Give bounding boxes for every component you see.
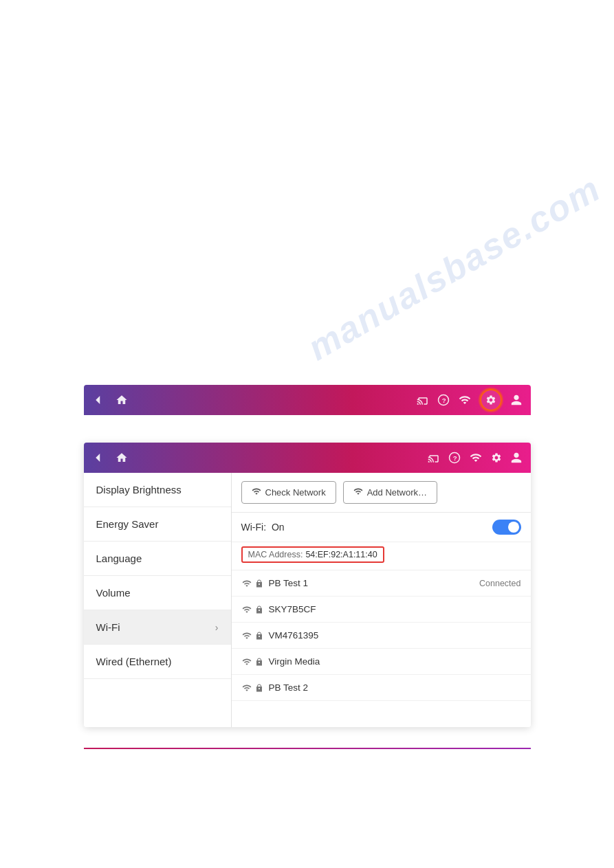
- tv-ui-main: ? Display Brightness: [84, 443, 531, 727]
- mac-address-box: MAC Address: 54:EF:92:A1:11:40: [241, 546, 384, 563]
- network-name-2: VM4761395: [269, 630, 319, 641]
- network-item-virgin-media[interactable]: Virgin Media: [232, 649, 531, 675]
- check-network-label: Check Network: [265, 487, 326, 498]
- sidebar-item-wired-ethernet[interactable]: Wired (Ethernet): [84, 645, 231, 679]
- svg-marker-0: [96, 396, 100, 404]
- main-topbar-right: ?: [428, 452, 523, 464]
- network-wifi-icon-4: [241, 683, 263, 693]
- top-bar-right-icons: ?: [417, 389, 523, 411]
- wifi-chevron-icon: ›: [215, 622, 219, 633]
- network-item-sky7b5cf[interactable]: SKY7B5CF: [232, 597, 531, 623]
- network-item-pb-test-1[interactable]: PB Test 1 Connected: [232, 570, 531, 597]
- network-item-pb-test-2[interactable]: PB Test 2: [232, 675, 531, 701]
- home-icon[interactable]: [116, 394, 128, 406]
- main-gear-icon[interactable]: [491, 452, 502, 463]
- wifi-state-label: Wi-Fi: On: [241, 522, 285, 533]
- network-name-1: SKY7B5CF: [269, 604, 316, 614]
- network-wifi-icon-2: [241, 631, 263, 641]
- wifi-header: Wi-Fi: On: [232, 513, 531, 542]
- sidebar-item-language[interactable]: Language: [84, 542, 231, 576]
- wifi-toggle[interactable]: [492, 520, 521, 535]
- add-network-button[interactable]: Add Network…: [343, 481, 437, 504]
- network-name-0: PB Test 1: [269, 578, 309, 588]
- action-bar: Check Network Add Network…: [232, 473, 531, 513]
- main-cast-icon[interactable]: [428, 452, 440, 464]
- back-icon[interactable]: [92, 394, 105, 406]
- main-wifi-icon[interactable]: [469, 452, 483, 464]
- help-icon[interactable]: ?: [437, 394, 450, 406]
- main-topbar: ?: [84, 443, 531, 473]
- main-help-icon[interactable]: ?: [448, 452, 461, 464]
- cast-icon[interactable]: [417, 394, 429, 406]
- content-area: Display Brightness Energy Saver Language…: [84, 473, 531, 727]
- main-user-icon[interactable]: [510, 452, 523, 464]
- mac-address-row: MAC Address: 54:EF:92:A1:11:40: [232, 542, 531, 570]
- check-network-icon: [252, 487, 261, 498]
- top-bar-left-icons: [92, 394, 128, 406]
- network-list: PB Test 1 Connected SKY7B5CF: [232, 570, 531, 701]
- network-wifi-icon-3: [241, 657, 263, 667]
- main-home-icon[interactable]: [116, 452, 128, 464]
- wifi-icon[interactable]: [458, 394, 472, 406]
- watermark: manualsbase.com: [300, 168, 607, 368]
- sidebar-item-volume[interactable]: Volume: [84, 576, 231, 610]
- right-panel: Check Network Add Network… Wi-Fi: On: [232, 473, 531, 727]
- main-topbar-left: [92, 452, 128, 464]
- sidebar: Display Brightness Energy Saver Language…: [84, 473, 232, 727]
- network-wifi-icon-1: [241, 605, 263, 614]
- network-name-3: Virgin Media: [269, 656, 320, 667]
- check-network-button[interactable]: Check Network: [241, 481, 336, 504]
- gear-icon-highlighted[interactable]: [480, 389, 502, 411]
- sidebar-item-wifi[interactable]: Wi-Fi ›: [84, 610, 231, 645]
- svg-marker-3: [96, 454, 100, 462]
- user-icon[interactable]: [510, 394, 523, 406]
- add-network-label: Add Network…: [367, 487, 427, 498]
- top-bar-snippet: ?: [84, 385, 531, 415]
- svg-text:?: ?: [452, 454, 457, 462]
- main-back-icon[interactable]: [92, 452, 105, 464]
- network-item-vm4761395[interactable]: VM4761395: [232, 623, 531, 649]
- bottom-rule: [84, 748, 531, 749]
- network-name-4: PB Test 2: [269, 682, 309, 693]
- sidebar-item-energy-saver[interactable]: Energy Saver: [84, 507, 231, 542]
- svg-text:?: ?: [441, 397, 446, 404]
- mac-address-label: MAC Address:: [248, 550, 303, 559]
- mac-address-value: 54:EF:92:A1:11:40: [305, 550, 377, 559]
- network-wifi-icon-0: [241, 579, 263, 588]
- sidebar-item-display-brightness[interactable]: Display Brightness: [84, 473, 231, 507]
- network-status-0: Connected: [479, 579, 520, 588]
- add-network-icon: [353, 487, 363, 498]
